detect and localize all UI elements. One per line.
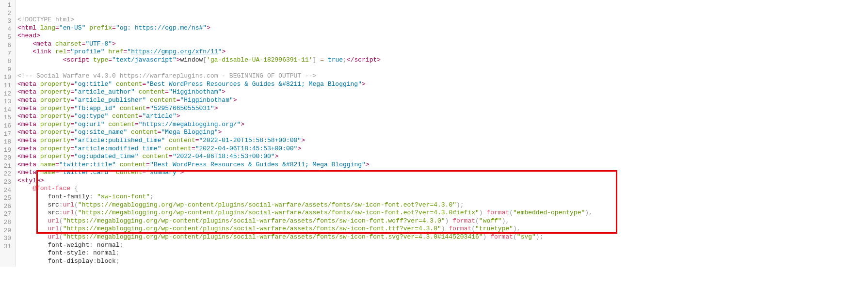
code-line[interactable]: <meta property="article:published_time" …: [17, 137, 593, 145]
code-token: property: [40, 112, 70, 120]
code-token: "en-US": [59, 24, 86, 32]
code-token: "og:site_name": [74, 128, 127, 136]
code-line[interactable]: url("https://megablogging.org/wp-content…: [17, 225, 593, 233]
code-line[interactable]: <!DOCTYPE html>: [17, 16, 593, 24]
code-editor-content[interactable]: <!DOCTYPE html><html lang="en-US" prefix…: [16, 0, 593, 267]
code-token: ;: [343, 56, 347, 64]
code-line[interactable]: src:url("https://megablogging.org/wp-con…: [17, 209, 593, 217]
code-line[interactable]: url("https://megablogging.org/wp-content…: [17, 233, 593, 241]
code-line[interactable]: <meta property="article_publisher" conte…: [17, 96, 593, 105]
code-token: [112, 80, 116, 88]
code-token: =: [135, 121, 139, 128]
code-token: content: [150, 96, 177, 104]
code-line[interactable]: [17, 64, 593, 73]
code-token: ;: [150, 193, 154, 200]
code-token: "https://megablogging.org/wp-content/plu…: [63, 233, 483, 240]
code-token: 'ga-disable-UA-182996391-11': [207, 56, 312, 64]
code-token: "article_publisher": [74, 96, 146, 104]
code-token: =: [70, 137, 74, 144]
code-token: property: [40, 121, 70, 128]
code-token: :: [89, 241, 93, 249]
line-number: 16: [2, 122, 11, 130]
code-token: (: [509, 209, 513, 216]
line-number: 31: [2, 243, 11, 251]
line-number: 4: [2, 26, 11, 34]
code-token: =: [70, 112, 74, 120]
code-line[interactable]: <meta property="og:type" content="articl…: [17, 112, 593, 121]
line-number: 21: [2, 162, 11, 171]
code-token: <meta: [17, 80, 40, 88]
code-token: ): [479, 209, 483, 216]
code-token: "article": [143, 112, 177, 120]
code-token: :: [93, 257, 97, 265]
code-line[interactable]: <meta property="article:modified_time" c…: [17, 145, 593, 153]
code-token: property: [40, 128, 70, 136]
code-token: [116, 105, 120, 112]
code-token: font-family: [48, 193, 89, 200]
line-number: 5: [2, 33, 11, 42]
code-token: property: [40, 137, 70, 144]
code-token: normal: [89, 249, 116, 256]
code-line[interactable]: <meta property="og:title" content="Best …: [17, 80, 593, 89]
code-line[interactable]: font-family: "sw-icon-font";: [17, 193, 593, 201]
code-token: <html: [17, 24, 40, 32]
code-token: "og:url": [74, 121, 104, 128]
line-number: 6: [2, 42, 11, 50]
line-number-gutter: 1234567891011121314151617181920212223242…: [0, 0, 16, 267]
code-token: (: [513, 233, 517, 240]
code-token: [112, 169, 116, 176]
code-token: =: [108, 56, 112, 64]
code-token: property: [40, 153, 70, 160]
code-line[interactable]: src:url("https://megablogging.org/wp-con…: [17, 201, 593, 209]
code-token: "og: https://ogp.me/ns#": [116, 24, 207, 32]
code-token: (: [59, 225, 63, 232]
code-token: "fb:app_id": [74, 105, 116, 112]
code-token: =: [70, 88, 74, 96]
code-line[interactable]: @font-face {: [17, 185, 593, 193]
code-token: :: [59, 201, 63, 208]
code-token: block: [97, 257, 116, 265]
code-token: =: [320, 56, 324, 64]
code-token: (: [471, 225, 475, 232]
code-token: [17, 209, 48, 216]
code-line[interactable]: <meta name="twitter:card" content="summa…: [17, 169, 593, 177]
code-token: "profile": [70, 48, 104, 55]
code-token: "https://megablogging.org/wp-content/plu…: [63, 217, 445, 224]
code-token: content: [139, 88, 165, 96]
code-line[interactable]: <style>: [17, 177, 593, 185]
code-line[interactable]: <meta charset="UTF-8">: [17, 40, 593, 48]
code-line[interactable]: <head>: [17, 32, 593, 40]
code-token: ": [127, 48, 131, 55]
code-token: >: [222, 88, 225, 96]
code-token: ),: [502, 217, 510, 224]
code-token: [17, 56, 63, 64]
code-line[interactable]: <meta property="og:updated_time" content…: [17, 153, 593, 161]
code-line[interactable]: <meta property="article_author" content=…: [17, 88, 593, 96]
code-token: src: [48, 209, 59, 216]
code-line[interactable]: font-display:block;: [17, 257, 593, 266]
code-token: <meta: [17, 112, 40, 120]
code-line[interactable]: <html lang="en-US" prefix="og: https://o…: [17, 24, 593, 32]
code-token: =: [195, 137, 199, 144]
code-line[interactable]: font-weight: normal;: [17, 241, 593, 250]
code-line[interactable]: <meta property="og:site_name" content="M…: [17, 128, 593, 137]
code-line[interactable]: <meta property="og:url" content="https:/…: [17, 121, 593, 129]
code-line[interactable]: <!-- Social Warfare v4.3.0 https://warfa…: [17, 72, 593, 80]
code-token: :: [59, 209, 63, 216]
code-token: (: [74, 201, 78, 208]
code-line[interactable]: <script type="text/javascript">window['g…: [17, 56, 593, 64]
code-token: <!-- Social Warfare v4.3.0 https://warfa…: [17, 72, 316, 80]
code-line[interactable]: url("https://megablogging.org/wp-content…: [17, 217, 593, 225]
code-token: [: [203, 56, 207, 64]
code-line[interactable]: <meta name="twitter:title" content="Best…: [17, 161, 593, 169]
code-line[interactable]: <meta property="fb:app_id" content="5295…: [17, 105, 593, 113]
code-token: <meta: [17, 145, 40, 152]
code-token: url: [48, 225, 59, 232]
code-token: [17, 40, 32, 48]
code-token: "embedded-opentype": [513, 209, 585, 216]
code-line[interactable]: <link rel="profile" href="https://gmpg.o…: [17, 48, 593, 56]
code-token: [17, 257, 48, 265]
code-token: =: [192, 145, 195, 152]
code-token: "article_author": [74, 88, 135, 96]
code-line[interactable]: font-style: normal;: [17, 249, 593, 257]
